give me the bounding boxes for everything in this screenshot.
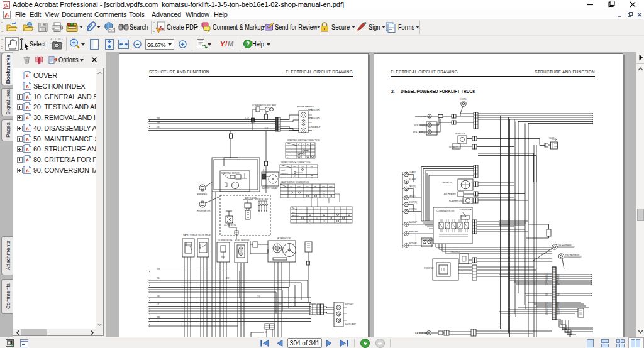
svg-text:E: E: [265, 331, 267, 334]
svg-text:TJM: TJM: [329, 208, 332, 210]
svg-text:TJR: TJR: [322, 185, 325, 187]
svg-text:FUEL SENDER: FUEL SENDER: [235, 239, 250, 242]
svg-text:FOR: FOR: [293, 166, 296, 168]
svg-text:WB: WB: [157, 316, 160, 318]
svg-text:DOWN: DOWN: [292, 218, 297, 220]
svg-text:HEAD LAMP (R): HEAD LAMP (R): [415, 116, 430, 118]
svg-text:ELECTRICAL CIRCUIT DRAWING: ELECTRICAL CIRCUIT DRAWING: [286, 70, 353, 74]
svg-text:B1: B1: [307, 144, 309, 146]
svg-text:GLOW RELAY: GLOW RELAY: [198, 234, 212, 236]
svg-text:FRAME HARNESS: FRAME HARNESS: [297, 106, 314, 108]
svg-text:FLASHER UNIT: FLASHER UNIT: [449, 200, 464, 202]
svg-text:LW: LW: [157, 126, 160, 128]
svg-text:NEUTRAL: NEUTRAL: [281, 173, 289, 175]
svg-text:ENG HARNESS: ENG HARNESS: [565, 254, 579, 256]
svg-text:RE: RE: [311, 166, 313, 168]
svg-text:RB: RB: [157, 277, 159, 280]
svg-text:HORN: HORN: [460, 98, 467, 101]
svg-text:HEAD LIGHT: HEAD LIGHT: [308, 117, 320, 119]
svg-text:B/LAMP: B/LAMP: [409, 178, 416, 181]
svg-text:TAIL(L): TAIL(L): [409, 195, 415, 197]
svg-text:AMMETER: AMMETER: [197, 193, 208, 196]
svg-text:12V BATTERY: 12V BATTERY: [421, 239, 435, 242]
svg-text:TURN SIGNAL: TURN SIGNAL: [459, 209, 473, 211]
svg-text:GLOW PLUG: GLOW PLUG: [224, 224, 236, 227]
svg-text:10A: 10A: [299, 208, 302, 210]
svg-text:SIDE LAMP (R): SIDE LAMP (R): [414, 124, 428, 127]
svg-text:RIGHT: RIGHT: [281, 176, 286, 178]
svg-text:BATTERY RELAY: BATTERY RELAY: [262, 187, 278, 190]
svg-text:2 R: 2 R: [157, 268, 160, 271]
svg-text:OIL PRESSURE: OIL PRESSURE: [218, 239, 232, 242]
svg-text:STRUCTURE AND FUNCTION: STRUCTURE AND FUNCTION: [535, 70, 595, 74]
svg-text:BACKUP: BACKUP: [409, 221, 417, 224]
svg-text:MB: MB: [315, 208, 318, 210]
svg-text:TKK: TKK: [336, 208, 339, 210]
svg-text:HOUR METER: HOUR METER: [197, 210, 211, 212]
svg-text:W/WASHER: W/WASHER: [449, 146, 460, 148]
svg-text:OFF: OFF: [311, 144, 314, 146]
svg-text:STOP(L): STOP(L): [409, 208, 417, 210]
svg-text:T/M RELAY: T/M RELAY: [441, 182, 452, 184]
svg-text:LR: LR: [157, 303, 160, 306]
svg-text:NEUTRAL: NEUTRAL: [292, 215, 299, 217]
svg-text:BACK LAMP: BACK LAMP: [345, 323, 356, 325]
svg-text:OFF: OFF: [282, 189, 285, 191]
svg-text:B: B: [287, 147, 288, 149]
svg-text:SECOND: SECOND: [282, 196, 289, 198]
svg-text:1: 1: [287, 153, 288, 155]
svg-text:STOP(R): STOP(R): [409, 201, 417, 204]
svg-text:R: R: [303, 144, 304, 146]
svg-text:RW: RW: [157, 117, 160, 119]
svg-text:2: 2: [287, 156, 288, 158]
svg-text:WL: WL: [545, 295, 548, 297]
svg-text:COMBINATION SW LAMP: COMBINATION SW LAMP: [252, 104, 276, 107]
svg-text:TKK: TKK: [306, 185, 309, 187]
svg-text:2.: 2.: [391, 89, 395, 94]
svg-text:?: ?: [246, 41, 250, 48]
svg-text:LAMP SWITCH CONNECTION: LAMP SWITCH CONNECTION: [281, 181, 309, 183]
svg-text:10A: 10A: [290, 185, 293, 187]
svg-text:WY: WY: [557, 313, 560, 315]
svg-text:ACC: ACC: [287, 150, 290, 152]
svg-text:FUSE: FUSE: [549, 137, 555, 139]
svg-text:T/LAMP: T/LAMP: [409, 171, 416, 173]
svg-text:STARTING MOTOR: STARTING MOTOR: [221, 172, 240, 175]
svg-text:STRUCTURE AND FUNCTION: STRUCTURE AND FUNCTION: [149, 70, 209, 74]
svg-text:1 B: 1 B: [265, 127, 268, 129]
svg-text:MR: MR: [342, 208, 345, 210]
svg-text:DIESEL POWERED FORKLIFT TRUCK: DIESEL POWERED FORKLIFT TRUCK: [401, 89, 475, 94]
svg-text:T/JK: T/JK: [297, 185, 301, 187]
svg-text:LW: LW: [545, 283, 548, 286]
svg-text:L.H: L.H: [292, 215, 293, 217]
svg-text:TAIL(R): TAIL(R): [409, 185, 416, 188]
svg-text:HEAD LIGHT: HEAD LIGHT: [308, 109, 320, 111]
svg-text:W/MOTOR: W/MOTOR: [455, 133, 465, 135]
svg-text:W/TEMP: W/TEMP: [409, 242, 417, 245]
svg-text:COMBINATION SW: COMBINATION SW: [436, 210, 454, 212]
svg-text:GB: GB: [157, 295, 160, 298]
svg-text:B: B: [263, 169, 264, 171]
svg-text:BW: BW: [226, 277, 229, 280]
svg-text:5 LB: 5 LB: [245, 117, 249, 119]
svg-text:RW: RW: [545, 313, 548, 315]
svg-text:H/METER: H/METER: [409, 231, 418, 233]
svg-text:ALTERNATOR: ALTERNATOR: [277, 237, 291, 240]
svg-text:YG: YG: [257, 295, 260, 298]
svg-text:SIDE LAMP (L): SIDE LAMP (L): [413, 131, 426, 134]
svg-text:B: B: [298, 144, 299, 146]
svg-text:BACKUP LAMP: BACKUP LAMP: [415, 332, 430, 335]
svg-text:T/B: T/B: [314, 185, 316, 187]
svg-text:T/B: T/B: [322, 208, 325, 210]
svg-text:AIR HEATER: AIR HEATER: [444, 193, 457, 195]
svg-text:4CB: 4CB: [308, 208, 311, 210]
svg-text:4CR: 4CR: [301, 166, 304, 168]
svg-text:LOW: LOW: [282, 192, 286, 194]
svg-text:YB: YB: [557, 295, 560, 297]
svg-text:WIPER SWITCH CONNECTION: WIPER SWITCH CONNECTION: [281, 161, 311, 164]
svg-text:SAFETY RELAY: SAFETY RELAY: [183, 234, 198, 236]
svg-text:LEFT: LEFT: [281, 170, 285, 171]
svg-text:BATTERY: BATTERY: [345, 303, 354, 306]
svg-text:F/SWITCH: F/SWITCH: [424, 267, 434, 269]
svg-text:DIE HARNESS: DIE HARNESS: [558, 244, 572, 247]
